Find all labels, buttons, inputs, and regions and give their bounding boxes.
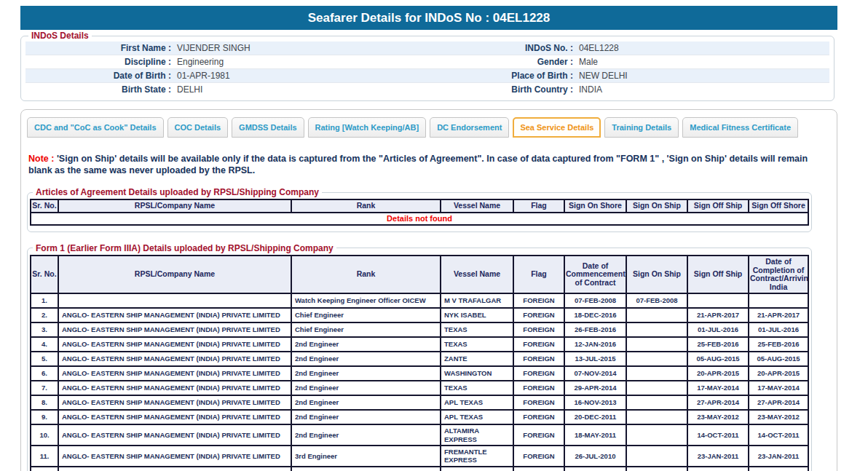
table-cell: FOREIGN (513, 352, 564, 366)
tabs: CDC and "CoC as Cook" DetailsCOC Details… (27, 117, 831, 138)
table-cell: FOREIGN (513, 337, 564, 352)
table-cell (626, 381, 687, 395)
tab-training-details[interactable]: Training Details (604, 117, 679, 138)
table-cell: 2nd Engineer (291, 410, 441, 424)
table-row: 8.ANGLO- EASTERN SHIP MANAGEMENT (INDIA)… (31, 395, 808, 410)
table-cell: M V TRAFALGAR (441, 293, 513, 308)
field-birth-state: Birth State : DELHI (25, 83, 427, 97)
table-cell: FOREIGN (513, 395, 564, 410)
table-cell: 20-DEC-2011 (564, 410, 626, 424)
field-value: 01-APR-1981 (177, 69, 230, 82)
table-cell: ZANTE (441, 352, 513, 366)
column-header: Sign Off Shore (749, 199, 808, 213)
page-title: Seafarer Details for INDoS No : 04EL1228 (20, 6, 837, 30)
tab-cdc-and-coc-as-cook-details[interactable]: CDC and "CoC as Cook" Details (27, 117, 164, 138)
table-header-row: Sr. No. RPSL/Company Name Rank Vessel Na… (31, 199, 808, 213)
tab-dc-endorsement[interactable]: DC Endorsement (430, 117, 509, 138)
column-header: Sign Off Ship (687, 256, 749, 293)
table-cell: 21-APR-2017 (749, 308, 808, 322)
table-cell: 3rd Engineer (291, 446, 441, 467)
table-cell: 20-APR-2015 (749, 366, 808, 381)
table-cell: 11. (31, 446, 58, 467)
tab-sea-service-details[interactable]: Sea Service Details (513, 117, 601, 138)
table-cell: 3rd Engineer (291, 467, 441, 471)
table-cell: 23-JAN-2011 (749, 446, 808, 467)
column-header: Flag (513, 199, 564, 213)
articles-of-agreement-section: Articles of Agreement Details uploaded b… (27, 187, 812, 232)
table-cell: 14-OCT-2011 (749, 424, 808, 446)
table-cell (626, 467, 687, 471)
table-cell: FOREIGN (513, 381, 564, 395)
column-header: Sign On Ship (626, 256, 687, 293)
table-cell: FOREIGN (513, 410, 564, 424)
field-label: INDoS No. : (427, 41, 573, 55)
table-cell: 20-APR-2015 (687, 366, 749, 381)
table-cell: 01-JUL-2016 (687, 322, 749, 337)
form1-table: Sr. No. RPSL/Company Name Rank Vessel Na… (30, 255, 809, 471)
column-header: Vessel Name (441, 199, 513, 213)
table-cell: 8. (31, 395, 58, 410)
table-cell: 7. (31, 381, 58, 395)
column-header: RPSL/Company Name (58, 256, 291, 293)
table-header-row: Sr. No. RPSL/Company Name Rank Vessel Na… (31, 256, 808, 293)
tab-coc-details[interactable]: COC Details (167, 117, 229, 138)
field-value: DELHI (177, 83, 202, 97)
note-prefix: Note : (28, 154, 54, 164)
tab-content-panel: CDC and "CoC as Cook" DetailsCOC Details… (20, 109, 837, 471)
table-row: 5.ANGLO- EASTERN SHIP MANAGEMENT (INDIA)… (31, 352, 808, 366)
tab-gmdss-details[interactable]: GMDSS Details (232, 117, 304, 138)
indos-row: Discipline : Engineering Gender : Male (25, 55, 829, 69)
table-cell: TEXAS (441, 381, 513, 395)
table-cell: 4. (31, 337, 58, 352)
table-cell: 2nd Engineer (291, 424, 441, 446)
column-header: Sign On Shore (564, 199, 626, 213)
field-birth-country: Birth Country : INDIA (427, 83, 829, 97)
table-row: 3.ANGLO- EASTERN SHIP MANAGEMENT (INDIA)… (31, 322, 808, 337)
table-cell (626, 337, 687, 352)
table-cell: 27-APR-2014 (749, 395, 808, 410)
column-header: Rank (291, 199, 441, 213)
field-value: NEW DELHI (579, 69, 628, 82)
table-cell: 07-FEB-2008 (626, 293, 687, 308)
table-cell (58, 293, 291, 308)
table-cell: TEXAS (441, 337, 513, 352)
table-cell: 2nd Engineer (291, 337, 441, 352)
column-header: Vessel Name (441, 256, 513, 293)
table-cell: 2nd Engineer (291, 366, 441, 381)
column-header: Flag (513, 256, 564, 293)
table-cell: 28-APR-2009 (749, 467, 808, 471)
table-cell: 21-APR-2017 (687, 308, 749, 322)
tab-medical-fitness-certificate[interactable]: Medical Fitness Certificate (682, 117, 798, 138)
table-cell: FOREIGN (513, 467, 564, 471)
table-cell: WASHINGTON (441, 366, 513, 381)
indos-row: Date of Birth : 01-APR-1981 Place of Bir… (25, 69, 829, 83)
table-cell: 3. (31, 322, 58, 337)
column-header: Rank (291, 256, 441, 293)
table-cell: 25-FEB-2016 (749, 337, 808, 352)
field-label: Place of Birth : (427, 69, 573, 82)
table-row: 7.ANGLO- EASTERN SHIP MANAGEMENT (INDIA)… (31, 381, 808, 395)
table-cell: 17-MAY-2014 (749, 381, 808, 395)
table-row: 12.ANGLO- EASTERN SHIP MANAGEMENT (INDIA… (31, 467, 808, 471)
tab-rating-watch-keeping-ab[interactable]: Rating [Watch Keeping/AB] (308, 117, 427, 138)
column-header: Sign On Ship (626, 199, 687, 213)
table-cell: 26-FEB-2016 (564, 322, 626, 337)
table-cell: TEXAS (441, 322, 513, 337)
table-cell: 23-MAY-2012 (749, 410, 808, 424)
table-cell: ANGLO- EASTERN SHIP MANAGEMENT (INDIA) P… (58, 337, 291, 352)
field-label: Date of Birth : (25, 69, 171, 82)
table-cell: 12. (31, 467, 58, 471)
table-cell (626, 308, 687, 322)
table-cell: 9. (31, 410, 58, 424)
table-cell: 07-FEB-2008 (564, 293, 626, 308)
table-row: 1.Watch Keeping Engineer Officer OICEWM … (31, 293, 808, 308)
table-cell: ANGLO- EASTERN SHIP MANAGEMENT (INDIA) P… (58, 352, 291, 366)
table-cell: FOREIGN (513, 366, 564, 381)
table-cell: FOREIGN (513, 308, 564, 322)
table-cell: 23-JAN-2011 (687, 446, 749, 467)
articles-table: Sr. No. RPSL/Company Name Rank Vessel Na… (30, 199, 809, 226)
table-cell: FOREIGN (513, 446, 564, 467)
field-gender: Gender : Male (427, 55, 829, 68)
table-cell: NYK ISABEL (441, 308, 513, 322)
table-cell: 2nd Engineer (291, 381, 441, 395)
